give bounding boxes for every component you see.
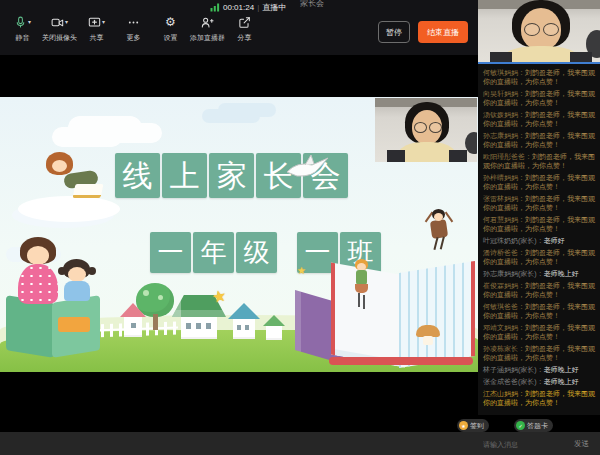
signal-icon [210,2,220,12]
character-tile: 家 [209,153,254,198]
chat-message: 孙志康妈妈：刘韵盈老师，我来围观你的直播啦，为你点赞！ [483,131,597,149]
chat-message: 何敏琪妈妈：刘韵盈老师，我来围观你的直播啦，为你点赞！ [483,68,597,86]
message-input[interactable] [481,436,573,453]
chat-message: 欧阳瑾彤爸爸：刘韵盈老师，我来围观你的直播啦，为你点赞！ [483,152,597,170]
share-icon [238,16,251,30]
teacher-camera-overlay[interactable] [375,98,477,162]
main-video-area: 线上家长会 一年级 一班 [0,55,478,432]
chat-message: 林子涵妈妈(家长)：老师晚上好 [483,365,597,374]
climbing-girl-illustration [352,259,372,319]
cloud-illustration [202,109,260,123]
settings-icon: ⚙ [165,16,176,30]
slide-grade-tiles: 一年级 [150,232,277,273]
toolbar-item-label: 关闭摄像头 [42,33,77,43]
toolbar-item-settings[interactable]: ⚙设置 [152,16,189,43]
live-class-app: 00:01:24 | 直播中 家长会 ▾静音▾关闭摄像头▾共享更多⚙设置添加直播… [0,0,600,455]
teacher-camera-feed[interactable] [478,0,600,62]
chat-message: 何敏琪爸爸：刘韵盈老师，我来围观你的直播啦，为你点赞！ [483,302,597,320]
signin-badge-icon: ★ [459,421,468,430]
status-separator: | [257,3,259,12]
chat-message: 崔俊霖妈妈：刘韵盈老师，我来围观你的直播啦，为你点赞！ [483,281,597,299]
sign-in-button[interactable]: ★ 签到 [457,419,489,432]
chat-sender-name: 张金成爸爸(家长)： [483,378,544,385]
answer-card-label: 答题卡 [527,421,548,431]
toolbar-item-label: 添加直播群 [190,33,225,43]
cloud-illustration [52,127,122,147]
chat-sender-name: 向昊轩妈妈： [483,90,525,97]
screen-share-icon: ▾ [88,16,105,30]
chat-sender-name: 何君慧妈妈： [483,216,525,223]
toolbar-item-label: 设置 [164,33,178,43]
chat-message-text: 老师晚上好 [544,366,579,373]
toolbar-item-mute[interactable]: ▾静音 [4,16,41,43]
chat-message-list: 何敏琪妈妈：刘韵盈老师，我来围观你的直播啦，为你点赞！向昊轩妈妈：刘韵盈老师，我… [478,64,600,415]
open-book-illustration [295,247,478,372]
chat-sender-name: 叶冠珠奶奶(家长)： [483,237,544,244]
chat-message: 江杰山妈妈：刘韵盈老师，我来围观你的直播啦，为你点赞！ [483,389,597,407]
elapsed-time: 00:01:24 [223,3,254,12]
chat-message: 邓靖文妈妈：刘韵盈老师，我来围观你的直播啦，为你点赞！ [483,323,597,341]
send-button[interactable]: 发送 [574,439,589,449]
bird-illustration [283,153,333,181]
character-tile: 上 [162,153,207,198]
pause-button[interactable]: 暂停 [378,21,410,43]
toolbar-item-camera-off[interactable]: ▾关闭摄像头 [41,16,78,43]
chat-sender-name: 欧阳瑾彤爸爸： [483,153,532,160]
toolbar-item-label: 共享 [90,33,104,43]
toolbar-items: ▾静音▾关闭摄像头▾共享更多⚙设置添加直播群分享 [4,16,263,43]
house-illustration [228,303,260,341]
chat-message: 孙梓晴妈妈：刘韵盈老师，我来围观你的直播啦，为你点赞！ [483,173,597,191]
chat-sender-name: 孙凌栋家长： [483,345,525,352]
chat-message-text: 老师晚上好 [544,270,579,277]
toolbar-item-share[interactable]: 分享 [226,16,263,43]
live-label: 直播中 [262,2,286,13]
chevron-down-icon: ▾ [102,16,105,28]
message-input-bar: 发送 [0,432,600,455]
answer-card-button[interactable]: ✓ 答题卡 [514,419,553,432]
star-illustration: ★ [210,286,228,308]
chat-message-text: 老师晚上好 [544,378,579,385]
toolbar-item-label: 更多 [127,33,141,43]
chat-sender-name: 潘诗桥爸爸： [483,249,525,256]
house-illustration [120,303,146,339]
answer-card-icon: ✓ [516,421,525,430]
toolbar-item-label: 分享 [238,33,252,43]
mother-child-reading-illustration [0,237,118,372]
end-live-button[interactable]: 结束直播 [418,21,468,43]
character-tile: 级 [236,232,277,273]
toolbar-item-share-screen[interactable]: ▾共享 [78,16,115,43]
chat-message: 何君慧妈妈：刘韵盈老师，我来围观你的直播啦，为你点赞！ [483,215,597,233]
chat-sender-name: 汤钦媛妈妈： [483,111,525,118]
chat-sender-name: 何敏琪爸爸： [483,303,525,310]
girl-reading-illustration [18,152,130,224]
house-illustration [263,315,285,341]
character-tile: 一 [150,232,191,273]
chat-sender-name: 孙志康妈妈： [483,132,525,139]
toolbar-item-more[interactable]: 更多 [115,16,152,43]
chat-message: 张雷林妈妈：刘韵盈老师，我来围观你的直播啦，为你点赞！ [483,194,597,212]
chat-sender-name: 孙志康妈妈(家长)： [483,270,544,277]
mushroom-house-illustration [416,325,440,345]
chat-message: 潘诗桥爸爸：刘韵盈老师，我来围观你的直播啦，为你点赞！ [483,248,597,266]
camera-icon: ▾ [51,16,68,30]
chat-sender-name: 邓靖文妈妈： [483,324,525,331]
sign-in-label: 签到 [470,421,484,431]
microphone-icon: ▾ [14,16,31,30]
live-status-bar: 00:01:24 | 直播中 [210,1,286,13]
chat-sender-name: 江杰山妈妈： [483,390,525,397]
top-toolbar: 00:01:24 | 直播中 家长会 ▾静音▾关闭摄像头▾共享更多⚙设置添加直播… [0,0,478,55]
window-title: 家长会 [300,0,324,9]
chat-message: 汤钦媛妈妈：刘韵盈老师，我来围观你的直播啦，为你点赞！ [483,110,597,128]
chat-message: 孙凌栋家长：刘韵盈老师，我来围观你的直播啦，为你点赞！ [483,344,597,362]
character-tile: 线 [115,153,160,198]
chevron-down-icon: ▾ [28,16,31,28]
jumping-boy-illustration [424,207,454,257]
chat-sender-name: 何敏琪妈妈： [483,69,525,76]
chevron-down-icon: ▾ [65,16,68,28]
add-group-icon [201,16,214,30]
character-tile: 年 [193,232,234,273]
toolbar-item-add-live-group[interactable]: 添加直播群 [189,16,226,43]
chat-sender-name: 孙梓晴妈妈： [483,174,525,181]
chat-sender-name: 林子涵妈妈(家长)： [483,366,544,373]
chat-sender-name: 崔俊霖妈妈： [483,282,525,289]
